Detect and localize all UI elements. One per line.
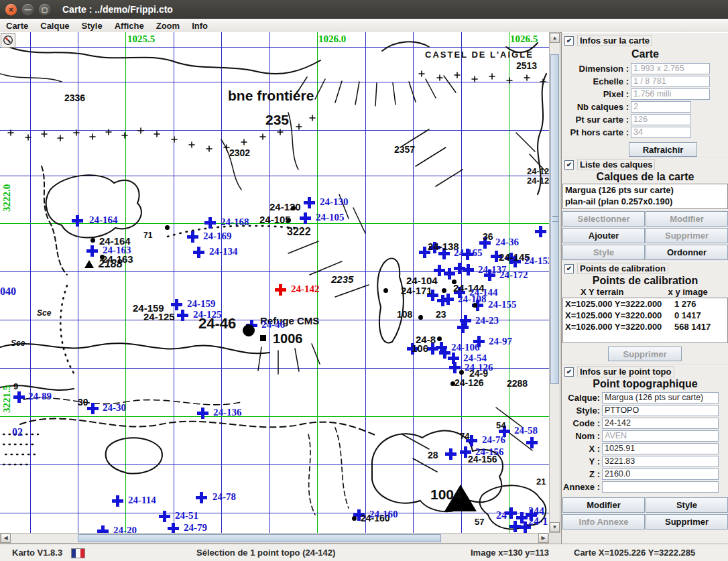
liste-calques-toggle[interactable]: ✔ Liste des calques <box>562 158 728 171</box>
scroll-right-icon[interactable]: ▶ <box>538 534 548 543</box>
topo-marker[interactable] <box>171 299 182 310</box>
point-topo-field-x[interactable]: 1025.91 <box>602 443 719 454</box>
topo-marker-label: 24-160 <box>369 509 398 520</box>
calques-ordonner-button[interactable]: Ordonner <box>646 245 728 260</box>
topo-marker-label: 24-134 <box>209 246 238 257</box>
calibration-list[interactable]: X=1025.000 Y=3222.0001 276X=1025.000 Y=3… <box>562 298 728 343</box>
topo-marker[interactable] <box>112 495 123 507</box>
topo-marker[interactable] <box>97 525 109 533</box>
point-topo-field-nom[interactable]: AVEN <box>602 430 719 442</box>
horizontal-scroll-thumb[interactable] <box>78 534 441 542</box>
point-topo-field-y[interactable]: 3221.83 <box>602 456 719 467</box>
map-scan-label: 24-12 <box>527 176 549 186</box>
points-calibration-toggle[interactable]: ✔ Points de calibration <box>562 261 728 275</box>
menu-item-calque[interactable]: Calque <box>34 21 75 31</box>
topo-marker[interactable] <box>437 295 448 306</box>
carte-field-pt-hors-carte[interactable]: 34 <box>631 127 691 138</box>
point-topo-field-code[interactable]: 24-142 <box>602 418 719 429</box>
carte-field-pixel[interactable]: 1.756 milli <box>631 88 710 100</box>
calibration-row[interactable]: X=1025.000 Y=3222.0001 276 <box>563 298 727 310</box>
checkbox-liste-calques[interactable]: ✔ <box>564 160 574 170</box>
topo-marker[interactable] <box>177 310 188 321</box>
infos-carte-toggle[interactable]: ✔ Infos sur la carte <box>562 32 728 47</box>
point-topo-label-y: Y : <box>562 456 602 466</box>
topo-marker[interactable] <box>526 437 538 448</box>
map-vertical-scrollbar[interactable]: ▲ ▼ <box>549 32 560 533</box>
topo-marker[interactable] <box>445 448 457 460</box>
menu-item-info[interactable]: Info <box>186 21 214 31</box>
topo-marker-label: 24-78 <box>213 491 236 503</box>
map-point-dot <box>442 288 446 293</box>
topo-marker[interactable] <box>193 247 204 258</box>
topo-marker[interactable] <box>304 197 315 208</box>
topo-marker[interactable] <box>72 215 83 227</box>
checkbox-points-calibration[interactable]: ✔ <box>564 264 574 273</box>
point-topo-style-button[interactable]: Style <box>646 497 728 513</box>
topo-marker[interactable] <box>197 408 208 419</box>
topo-marker[interactable] <box>87 403 99 414</box>
selected-topo-marker[interactable] <box>275 284 286 296</box>
topo-marker[interactable] <box>300 212 311 224</box>
carte-field-nb-calques[interactable]: 2 <box>631 101 691 113</box>
calibration-image-coords: 0 1417 <box>674 310 701 321</box>
calibration-column-headers: X Y terrain x y image <box>562 287 728 297</box>
carte-field-echelle[interactable]: 1 / 8 781 <box>631 76 710 87</box>
map-scan-label: 24-130 <box>269 201 301 212</box>
point-topo-field-style[interactable]: PTTOPO <box>602 405 719 416</box>
topo-marker[interactable] <box>86 245 98 257</box>
calibration-row[interactable]: X=1026.000 Y=3220.000568 1417 <box>563 321 727 332</box>
topo-marker[interactable] <box>505 507 517 519</box>
topo-marker[interactable] <box>204 217 216 229</box>
map-coordinates: Carte X=1025.226 Y=3222.285 <box>574 548 695 558</box>
map-point-dot <box>243 324 255 336</box>
menu-item-carte[interactable]: Carte <box>0 21 34 31</box>
topo-marker[interactable] <box>535 226 546 237</box>
topo-marker[interactable] <box>168 523 179 533</box>
topo-marker-label: 24-126 <box>465 362 493 373</box>
menu-item-style[interactable]: Style <box>76 21 109 31</box>
calque-item[interactable]: Margua (126 pts sur carte) <box>563 184 727 196</box>
topo-marker[interactable] <box>187 231 198 243</box>
map-viewport[interactable]: 1025.51026.01026.53222.03221.524-16424-1… <box>0 32 549 533</box>
scroll-left-icon[interactable]: ◀ <box>1 534 11 543</box>
carte-field-pt-sur-carte[interactable]: 126 <box>631 114 691 125</box>
point-topo-label-x: X : <box>562 444 602 454</box>
maximize-icon[interactable]: ▢ <box>39 4 50 15</box>
vertical-scroll-thumb[interactable] <box>550 54 559 384</box>
topo-marker[interactable] <box>454 263 465 274</box>
minimize-icon[interactable]: — <box>22 4 34 15</box>
carte-field-dimension[interactable]: 1.993 x 2.765 <box>631 63 710 74</box>
close-icon[interactable]: ✕ <box>5 4 17 15</box>
calibration-row[interactable]: X=1025.000 Y=3220.0000 1417 <box>563 310 727 321</box>
scroll-down-icon[interactable]: ▼ <box>550 522 560 532</box>
topo-marker[interactable] <box>457 322 469 333</box>
map-scan-label: 2235 <box>331 273 353 285</box>
topo-marker[interactable] <box>196 492 207 503</box>
map-horizontal-scrollbar[interactable]: ◀ ▶ <box>0 533 549 544</box>
calques-list[interactable]: Margua (126 pts sur carte)plan-ail (plan… <box>562 184 728 209</box>
point-topo-field-annexe[interactable] <box>602 481 719 493</box>
topo-marker[interactable] <box>159 511 170 522</box>
point-topo-label-annexe: Annexe : <box>562 482 602 492</box>
point-topo-field-calque[interactable]: Margua (126 pts sur carte) <box>602 392 719 403</box>
calques-ajouter-button[interactable]: Ajouter <box>562 228 645 243</box>
title-bar: ✕ — ▢ Carte : ../demo/Frippi.cto <box>0 0 728 19</box>
topo-marker-label: 24-169 <box>203 231 232 242</box>
rafraichir-button[interactable]: Rafraichir <box>629 142 697 157</box>
point-topo-field-z[interactable]: 2160.0 <box>602 469 719 480</box>
checkbox-infos-point-topo[interactable]: ✔ <box>564 367 574 377</box>
topo-marker[interactable] <box>13 391 25 403</box>
infos-point-topo-toggle[interactable]: ✔ Infos sur le point topo <box>562 365 728 378</box>
point-topo-modifier-button[interactable]: Modifier <box>562 497 645 513</box>
calques-s-lectionner-button: Sélectionner <box>562 211 645 227</box>
point-topo-supprimer-button[interactable]: Supprimer <box>646 514 728 529</box>
topo-marker[interactable] <box>439 347 450 359</box>
menu-item-affiche[interactable]: Affiche <box>109 21 150 31</box>
calque-item[interactable]: plan-ail (plan 0.257x0.190) <box>563 196 727 207</box>
menu-item-zoom[interactable]: Zoom <box>150 21 186 31</box>
scroll-up-icon[interactable]: ▲ <box>550 33 560 43</box>
carte-label-pt-sur-carte: Pt sur carte : <box>562 115 631 125</box>
checkbox-infos-carte[interactable]: ✔ <box>564 36 574 46</box>
compass-icon[interactable] <box>1 33 15 48</box>
map-scan-label: Sce <box>37 308 51 318</box>
